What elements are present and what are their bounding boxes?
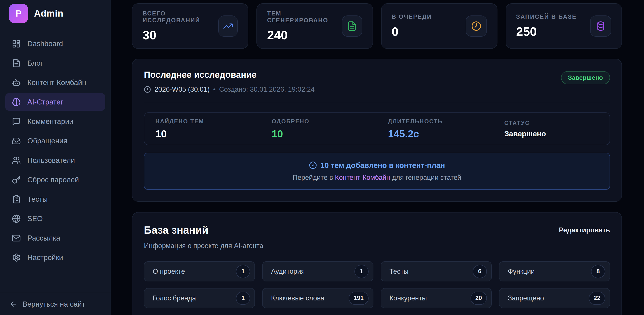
metric-label: ДЛИТЕЛЬНОСТЬ bbox=[388, 118, 493, 125]
mail-icon bbox=[12, 234, 21, 242]
info-box-title: 10 тем добавлено в контент-план bbox=[309, 161, 445, 170]
bot-icon bbox=[12, 78, 21, 87]
kb-chip-count: 22 bbox=[589, 291, 605, 305]
edit-button[interactable]: Редактировать bbox=[559, 226, 610, 234]
stat-label: ЗАПИСЕЙ В БАЗЕ bbox=[516, 14, 577, 20]
stat-card-topics-generated: ТЕМ СГЕНЕРИРОВАНО 240 bbox=[256, 3, 373, 49]
info-suffix: для генерации статей bbox=[390, 174, 461, 181]
kb-chip-brand-voice[interactable]: Голос бренда 1 bbox=[144, 288, 255, 308]
sidebar-item-label: Тесты bbox=[27, 195, 48, 203]
kb-chip-forbidden[interactable]: Запрещено 22 bbox=[499, 288, 610, 308]
stat-text: ЗАПИСЕЙ В БАЗЕ 250 bbox=[516, 14, 577, 39]
stat-iconbox bbox=[218, 16, 238, 37]
trending-up-icon bbox=[223, 21, 233, 31]
sidebar-item-password-reset[interactable]: Сброс паролей bbox=[5, 171, 105, 188]
content-combine-link[interactable]: Контент-Комбайн bbox=[335, 174, 390, 181]
sidebar-item-label: Комментарии bbox=[27, 117, 73, 126]
arrow-left-icon bbox=[9, 300, 17, 308]
meta-separator: • bbox=[213, 86, 216, 93]
database-icon bbox=[596, 21, 606, 31]
back-to-site-link[interactable]: Вернуться на сайт bbox=[0, 293, 110, 315]
stat-card-total-researches: ВСЕГО ИССЛЕДОВАНИЙ 30 bbox=[132, 3, 248, 49]
kb-chip-competitors[interactable]: Конкуренты 20 bbox=[381, 288, 492, 308]
sidebar-item-label: Dashboard bbox=[27, 40, 63, 48]
kb-chip-label: Запрещено bbox=[508, 294, 544, 302]
kb-chip-count: 6 bbox=[473, 265, 487, 278]
kb-chip-audience[interactable]: Аудитория 1 bbox=[262, 261, 373, 281]
users-icon bbox=[12, 156, 21, 165]
metric-value: 10 bbox=[272, 128, 377, 140]
clock-icon bbox=[144, 86, 151, 93]
stat-iconbox bbox=[590, 16, 611, 37]
metric-value: 145.2с bbox=[388, 128, 493, 140]
kb-chip-label: О проекте bbox=[153, 267, 185, 275]
kb-subtitle: Информация о проекте для AI-агента bbox=[144, 242, 263, 250]
sidebar-item-label: Настройки bbox=[27, 253, 63, 262]
info-prefix: Перейдите в bbox=[293, 174, 335, 181]
sidebar-item-settings[interactable]: Настройки bbox=[5, 249, 105, 266]
sidebar-item-dashboard[interactable]: Dashboard bbox=[5, 35, 105, 52]
stat-text: ВСЕГО ИССЛЕДОВАНИЙ 30 bbox=[142, 10, 218, 42]
sidebar-item-requests[interactable]: Обращения bbox=[5, 132, 105, 150]
clock-icon bbox=[471, 21, 481, 31]
stat-iconbox bbox=[342, 16, 362, 37]
kb-chip-keywords[interactable]: Ключевые слова 191 bbox=[262, 288, 373, 308]
sidebar-item-label: Блог bbox=[27, 59, 43, 67]
stat-label: ВСЕГО ИССЛЕДОВАНИЙ bbox=[142, 10, 218, 24]
metric-approved: ОДОБРЕНО 10 bbox=[261, 118, 377, 140]
stat-value: 30 bbox=[142, 28, 218, 42]
kb-chip-count: 1 bbox=[236, 265, 250, 278]
sidebar-item-ai-strategist[interactable]: AI-Стратег bbox=[5, 93, 105, 111]
sidebar-item-label: Пользователи bbox=[27, 156, 75, 165]
circle-check-icon bbox=[309, 161, 317, 169]
metric-status: СТАТУС Завершено bbox=[493, 120, 610, 138]
stat-text: ТЕМ СГЕНЕРИРОВАНО 240 bbox=[267, 10, 342, 42]
kb-chip-count: 191 bbox=[349, 291, 368, 305]
kb-chip-tests[interactable]: Тесты 6 bbox=[381, 261, 492, 281]
sidebar-item-label: Сброс паролей bbox=[27, 176, 79, 184]
dashboard-icon bbox=[12, 39, 21, 48]
stat-value: 0 bbox=[392, 24, 432, 39]
sidebar-item-blog[interactable]: Блог bbox=[5, 54, 105, 72]
kb-chip-label: Функции bbox=[508, 267, 535, 275]
kb-chip-label: Аудитория bbox=[271, 267, 305, 275]
kb-chip-count: 1 bbox=[236, 291, 250, 305]
metric-topics-found: НАЙДЕНО ТЕМ 10 bbox=[144, 118, 261, 140]
sidebar-item-newsletter[interactable]: Рассылка bbox=[5, 229, 105, 247]
metric-label: СТАТУС bbox=[504, 120, 610, 126]
file-text-icon bbox=[12, 59, 21, 68]
stat-card-db-records: ЗАПИСЕЙ В БАЗЕ 250 bbox=[506, 3, 622, 49]
clipboard-icon bbox=[12, 195, 21, 204]
globe-icon bbox=[12, 214, 21, 223]
last-research-card: Последнее исследование 2026-W05 (30.01) … bbox=[132, 59, 622, 202]
kb-chip-label: Голос бренда bbox=[153, 294, 196, 302]
stat-label: ТЕМ СГЕНЕРИРОВАНО bbox=[267, 10, 342, 24]
metric-value: Завершено bbox=[504, 129, 610, 138]
stat-card-in-queue: В ОЧЕРЕДИ 0 bbox=[381, 3, 498, 49]
kb-grid: О проекте 1 Аудитория 1 Тесты 6 Функции … bbox=[144, 261, 610, 308]
research-metrics-panel: НАЙДЕНО ТЕМ 10 ОДОБРЕНО 10 ДЛИТЕЛЬНОСТЬ … bbox=[144, 112, 610, 145]
sidebar-item-content-combine[interactable]: Контент-Комбайн bbox=[5, 74, 105, 91]
avatar: P bbox=[9, 4, 28, 23]
kb-chip-functions[interactable]: Функции 8 bbox=[499, 261, 610, 281]
sidebar-item-users[interactable]: Пользователи bbox=[5, 152, 105, 169]
stat-value: 240 bbox=[267, 28, 342, 42]
sidebar-item-comments[interactable]: Комментарии bbox=[5, 113, 105, 130]
kb-chip-label: Тесты bbox=[390, 267, 408, 275]
info-box-title-text: 10 тем добавлено в контент-план bbox=[320, 161, 445, 170]
file-text-icon bbox=[347, 21, 357, 31]
kb-header: База знаний Информация о проекте для AI-… bbox=[144, 224, 610, 250]
research-week: 2026-W05 (30.01) bbox=[154, 86, 210, 93]
sidebar: P Admin Dashboard Блог Контент-Комбайн A… bbox=[0, 0, 111, 315]
metric-value: 10 bbox=[155, 128, 261, 140]
kb-chip-about[interactable]: О проекте 1 bbox=[144, 261, 255, 281]
stat-text: В ОЧЕРЕДИ 0 bbox=[392, 14, 432, 39]
sidebar-item-label: Обращения bbox=[27, 137, 67, 145]
sidebar-item-tests[interactable]: Тесты bbox=[5, 190, 105, 208]
metric-label: НАЙДЕНО ТЕМ bbox=[155, 118, 261, 125]
stats-row: ВСЕГО ИССЛЕДОВАНИЙ 30 ТЕМ СГЕНЕРИРОВАНО … bbox=[132, 3, 622, 49]
main-content: ВСЕГО ИССЛЕДОВАНИЙ 30 ТЕМ СГЕНЕРИРОВАНО … bbox=[111, 0, 644, 315]
kb-chip-count: 8 bbox=[591, 265, 605, 278]
kb-chip-count: 20 bbox=[470, 291, 487, 305]
sidebar-item-seo[interactable]: SEO bbox=[5, 210, 105, 227]
